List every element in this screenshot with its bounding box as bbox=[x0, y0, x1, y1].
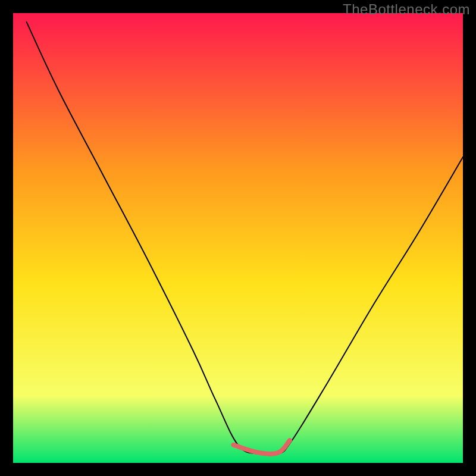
chart-plot-area bbox=[13, 13, 463, 463]
chart-container: TheBottleneck.com bbox=[0, 0, 476, 476]
chart-svg bbox=[13, 13, 463, 463]
watermark-label: TheBottleneck.com bbox=[343, 1, 470, 18]
chart-background-gradient bbox=[13, 13, 463, 463]
